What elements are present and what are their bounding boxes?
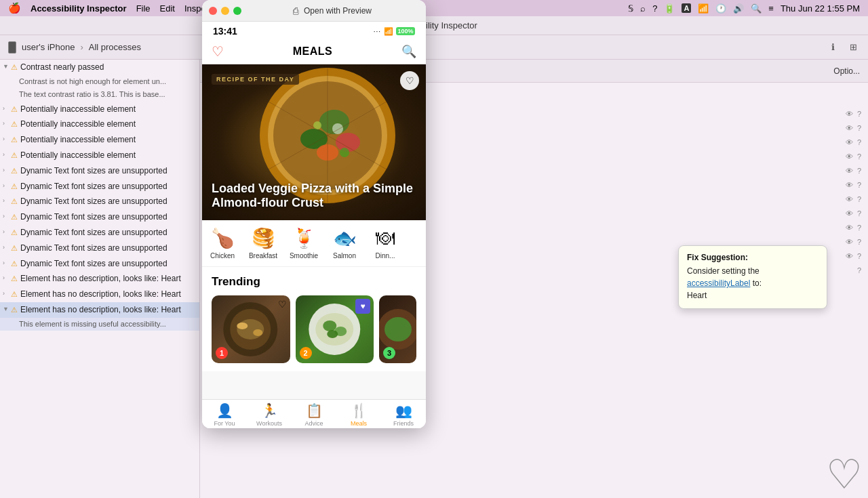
meals-icon: 🍴 — [351, 402, 368, 419]
eye-icon[interactable]: 👁 — [844, 124, 854, 132]
options-label[interactable]: Optio... — [833, 66, 860, 76]
question-icon[interactable]: ? — [856, 195, 863, 203]
pizza-hero-section: RECIPE OF THE DAY Loaded Veggie Pizza wi… — [202, 64, 426, 220]
category-smoothie[interactable]: 🍹 Smoothie — [283, 227, 324, 260]
accessibility-label-link[interactable]: accessibilityLabel — [687, 278, 750, 288]
question-icon[interactable]: ? — [856, 167, 863, 175]
card-rank-3: 3 — [383, 347, 395, 359]
svg-point-15 — [237, 319, 264, 339]
eye-icon[interactable]: 👁 — [844, 238, 854, 246]
warning-icon: ⚠ — [11, 166, 18, 176]
eye-icon[interactable]: 👁 — [844, 110, 854, 118]
search-spotlight-icon[interactable]: ⌕ — [640, 3, 646, 14]
question-icon[interactable]: ? — [856, 152, 863, 161]
pizza-favorite-button[interactable]: ♡ — [400, 71, 419, 90]
question-icon[interactable]: ? — [856, 181, 863, 189]
question-icon[interactable]: ? — [856, 238, 863, 246]
advice-icon: 📋 — [306, 402, 323, 419]
nav-meals[interactable]: 🍴 Meals — [336, 402, 381, 427]
warning-icon: ⚠ — [11, 289, 18, 299]
control-center-icon[interactable]: ≡ — [768, 3, 774, 14]
breadcrumb-separator: › — [80, 42, 83, 52]
fix-body-text2: to: — [750, 278, 762, 288]
eye-icon[interactable]: 👁 — [844, 152, 854, 161]
maximize-button[interactable] — [233, 7, 241, 15]
eye-icon[interactable]: 👁 — [844, 138, 854, 146]
issue-item[interactable]: › ⚠ Potentially inaccessible element — [0, 132, 199, 148]
question-icon[interactable]: ? — [856, 266, 863, 274]
eye-icon[interactable]: 👁 — [844, 252, 854, 260]
eye-icon[interactable]: 👁 — [844, 181, 854, 189]
info-icon[interactable]: ℹ — [826, 41, 840, 54]
eye-icon[interactable]: 👁 — [844, 209, 854, 217]
category-dinner[interactable]: 🍽 Dinn... — [365, 227, 406, 260]
card-favorite-2[interactable]: ♥ — [355, 299, 370, 314]
search-menu-icon[interactable]: 🔍 — [751, 3, 762, 14]
warning-icon: ⚠ — [11, 182, 18, 192]
warning-icon: ⚠ — [11, 305, 18, 315]
nav-for-you[interactable]: 👤 For You — [202, 402, 247, 427]
iphone-mockup: 13:41 ··· 📶 100% ♡ MEALS 🔍 — [202, 22, 426, 428]
question-icon[interactable]: ? — [856, 209, 863, 217]
search-app-icon[interactable]: 🔍 — [401, 44, 416, 59]
iphone-device-icon — [8, 41, 16, 54]
fix-value-text: Heart — [687, 291, 707, 300]
issue-item[interactable]: › ⚠ Dynamic Text font sizes are unsuppor… — [0, 256, 199, 272]
issue-item[interactable]: › ⚠ Dynamic Text font sizes are unsuppor… — [0, 209, 199, 225]
issue-item[interactable]: › ⚠ Dynamic Text font sizes are unsuppor… — [0, 225, 199, 241]
workouts-icon: 🏃 — [261, 402, 278, 419]
edit-menu[interactable]: Edit — [160, 3, 175, 14]
trending-card-3[interactable]: 3 — [379, 295, 416, 363]
file-menu[interactable]: File — [136, 3, 151, 14]
close-button[interactable] — [209, 7, 217, 15]
eye-icon[interactable]: 👁 — [844, 224, 854, 232]
trending-section: Trending 1 ♡ — [202, 267, 426, 371]
datetime-label: Thu Jun 22 1:55 PM — [781, 3, 860, 14]
icon-row: 👁 ? — [844, 136, 863, 148]
nav-advice[interactable]: 📋 Advice — [292, 402, 336, 427]
wifi-status-icon: 📶 — [384, 27, 393, 36]
status-bar: 13:41 ··· 📶 100% — [202, 22, 426, 39]
category-breakfast[interactable]: 🥞 Breakfast — [243, 227, 283, 260]
trending-grid: 1 ♡ 2 ♥ — [212, 295, 416, 363]
minimize-button[interactable] — [221, 7, 229, 15]
trending-card-1[interactable]: 1 ♡ — [212, 295, 290, 363]
question-icon[interactable]: ? — [856, 224, 863, 232]
nav-workouts[interactable]: 🏃 Workouts — [247, 402, 292, 427]
issue-item[interactable]: › ⚠ Potentially inaccessible element — [0, 117, 199, 132]
issue-item[interactable]: › ⚠ Dynamic Text font sizes are unsuppor… — [0, 194, 199, 209]
issue-item[interactable]: › ⚠ Potentially inaccessible element — [0, 148, 199, 163]
issue-item[interactable]: ▼ ⚠ Contrast nearly passed — [0, 60, 199, 75]
issue-item[interactable]: › ⚠ Dynamic Text font sizes are unsuppor… — [0, 163, 199, 179]
issue-item[interactable]: › ⚠ Element has no description, looks li… — [0, 287, 199, 302]
question-icon[interactable]: ? — [856, 252, 863, 260]
issue-item[interactable]: › ⚠ Dynamic Text font sizes are unsuppor… — [0, 179, 199, 194]
trending-card-2[interactable]: 2 ♥ — [296, 295, 374, 363]
issue-text: Dynamic Text font sizes are unsupported — [20, 165, 194, 177]
icon-row: 👁 ? — [844, 179, 863, 191]
warning-icon: ⚠ — [11, 135, 18, 145]
issue-item[interactable]: › ⚠ Potentially inaccessible element — [0, 102, 199, 117]
favorite-icon[interactable]: ♡ — [212, 43, 224, 60]
issue-item[interactable]: › ⚠ Dynamic Text font sizes are unsuppor… — [0, 241, 199, 256]
apple-menu[interactable]: 🍎 — [8, 2, 21, 14]
category-chicken[interactable]: 🍗 Chicken — [202, 227, 243, 260]
category-salmon[interactable]: 🐟 Salmon — [324, 227, 365, 260]
question-icon[interactable]: ? — [856, 138, 863, 146]
menu-bar: 🍎 Accessibility Inspector File Edit Insp… — [0, 0, 868, 16]
question-icon[interactable]: ? — [856, 124, 863, 132]
for-you-icon: 👤 — [216, 402, 233, 419]
eye-icon[interactable]: 👁 — [844, 167, 854, 175]
question-icon[interactable]: ? — [856, 110, 863, 118]
svg-point-22 — [327, 330, 338, 338]
issue-item-selected[interactable]: ▼ ⚠ Element has no description, looks li… — [0, 302, 199, 318]
device-selector[interactable]: user's iPhone — [8, 41, 75, 54]
card-favorite-1[interactable]: ♡ — [278, 299, 287, 310]
nav-friends[interactable]: 👥 Friends — [381, 402, 426, 427]
issue-item[interactable]: › ⚠ Element has no description, looks li… — [0, 271, 199, 287]
settings-icon[interactable]: ⊞ — [846, 41, 860, 54]
category-label: Smoothie — [290, 252, 318, 260]
share-icon[interactable]: ⎙ — [293, 5, 298, 16]
expand-arrow: › — [3, 289, 5, 298]
eye-icon[interactable]: 👁 — [844, 195, 854, 203]
